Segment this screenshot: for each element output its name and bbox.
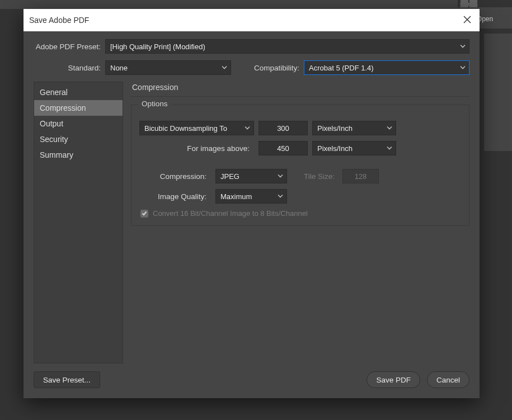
convert-16bit-row: Convert 16 Bit/Channel Image to 8 Bits/C… bbox=[139, 209, 461, 218]
preset-label: Adobe PDF Preset: bbox=[34, 43, 105, 51]
dialog-mid: General Compression Output Security Summ… bbox=[34, 82, 469, 364]
above-unit-select[interactable]: Pixels/Inch bbox=[312, 141, 396, 155]
above-value-input[interactable] bbox=[259, 141, 308, 155]
chevron-down-icon bbox=[460, 64, 466, 72]
downsample-method-select[interactable]: Bicubic Downsampling To bbox=[139, 121, 254, 135]
compatibility-label: Compatibility: bbox=[231, 64, 304, 72]
downsample-method-value: Bicubic Downsampling To bbox=[144, 124, 227, 133]
tile-size-field bbox=[347, 172, 374, 181]
tile-size-label: Tile Size: bbox=[304, 172, 338, 181]
sidebar-item-summary[interactable]: Summary bbox=[34, 147, 123, 163]
close-icon bbox=[463, 16, 471, 25]
save-preset-label: Save Preset... bbox=[43, 376, 91, 384]
cancel-label: Cancel bbox=[436, 376, 460, 384]
standard-select[interactable]: None bbox=[105, 60, 231, 75]
quality-label: Image Quality: bbox=[139, 192, 211, 201]
chevron-down-icon bbox=[245, 124, 250, 133]
save-pdf-button[interactable]: Save PDF bbox=[367, 371, 420, 388]
quality-row: Image Quality: Maximum bbox=[139, 189, 461, 204]
footer-right: Save PDF Cancel bbox=[367, 371, 469, 388]
save-pdf-dialog: Save Adobe PDF Adobe PDF Preset: [High Q… bbox=[24, 9, 480, 398]
tile-size-input bbox=[342, 169, 379, 183]
above-label: For images above: bbox=[139, 144, 254, 153]
sidebar-item-label: Summary bbox=[40, 150, 73, 159]
close-button[interactable] bbox=[461, 13, 474, 27]
compression-select[interactable]: JPEG bbox=[215, 169, 287, 183]
compression-label: Compression: bbox=[139, 172, 211, 181]
compatibility-value: Acrobat 5 (PDF 1.4) bbox=[309, 64, 374, 72]
standard-label: Standard: bbox=[34, 64, 105, 72]
options-legend: Options bbox=[138, 100, 171, 108]
checkmark-icon bbox=[142, 209, 147, 218]
downsample-row: Bicubic Downsampling To Pixels/Inch bbox=[139, 121, 461, 135]
downsample-value-field[interactable] bbox=[264, 124, 303, 133]
above-unit-value: Pixels/Inch bbox=[317, 144, 353, 153]
category-sidebar: General Compression Output Security Summ… bbox=[34, 82, 123, 364]
preset-select[interactable]: [High Quality Print] (Modified) bbox=[105, 39, 469, 54]
chevron-down-icon bbox=[278, 172, 283, 181]
panel-title: Compression bbox=[131, 82, 469, 97]
sidebar-item-compression[interactable]: Compression bbox=[34, 100, 123, 116]
cancel-button[interactable]: Cancel bbox=[427, 371, 469, 388]
chevron-down-icon bbox=[222, 64, 227, 72]
save-preset-button[interactable]: Save Preset... bbox=[34, 371, 100, 388]
sidebar-item-label: Output bbox=[40, 119, 63, 128]
dialog-titlebar: Save Adobe PDF bbox=[24, 9, 480, 31]
convert-16bit-label: Convert 16 Bit/Channel Image to 8 Bits/C… bbox=[153, 209, 308, 218]
compression-row: Compression: JPEG Tile Size: bbox=[139, 169, 461, 183]
standard-value: None bbox=[110, 64, 128, 72]
standard-compat-row: Standard: None Compatibility: Acrobat 5 … bbox=[34, 60, 469, 75]
above-value-field[interactable] bbox=[264, 144, 303, 153]
quality-select[interactable]: Maximum bbox=[215, 189, 287, 204]
dialog-body: Adobe PDF Preset: [High Quality Print] (… bbox=[24, 31, 480, 398]
chevron-down-icon bbox=[278, 192, 283, 201]
background-side-panel bbox=[484, 34, 512, 151]
sidebar-item-general[interactable]: General bbox=[34, 84, 123, 100]
preset-row: Adobe PDF Preset: [High Quality Print] (… bbox=[34, 39, 469, 54]
options-fieldset: Options Bicubic Downsampling To Pixels/I… bbox=[131, 105, 469, 226]
background-header bbox=[0, 0, 512, 9]
sidebar-item-label: General bbox=[40, 88, 68, 97]
chevron-down-icon bbox=[387, 124, 392, 133]
quality-value: Maximum bbox=[220, 192, 252, 201]
compression-value: JPEG bbox=[220, 172, 239, 181]
dialog-footer: Save Preset... Save PDF Cancel bbox=[34, 371, 469, 388]
chevron-down-icon bbox=[387, 144, 392, 153]
above-row: For images above: Pixels/Inch bbox=[139, 141, 461, 155]
panel-thumbnails bbox=[461, 0, 478, 7]
sidebar-item-security[interactable]: Security bbox=[34, 131, 123, 147]
sidebar-item-label: Compression bbox=[40, 103, 86, 112]
dialog-title: Save Adobe PDF bbox=[29, 16, 89, 25]
downsample-value-input[interactable] bbox=[259, 121, 308, 135]
sidebar-item-label: Security bbox=[40, 135, 68, 144]
chevron-down-icon bbox=[460, 43, 466, 51]
save-pdf-label: Save PDF bbox=[376, 376, 411, 384]
panel-content: Compression Options Bicubic Downsampling… bbox=[131, 82, 469, 364]
sidebar-item-output[interactable]: Output bbox=[34, 116, 123, 131]
downsample-unit-value: Pixels/Inch bbox=[317, 124, 353, 133]
preset-value: [High Quality Print] (Modified) bbox=[110, 43, 205, 51]
compatibility-select[interactable]: Acrobat 5 (PDF 1.4) bbox=[304, 60, 469, 75]
convert-16bit-checkbox bbox=[140, 210, 148, 218]
downsample-unit-select[interactable]: Pixels/Inch bbox=[312, 121, 396, 135]
